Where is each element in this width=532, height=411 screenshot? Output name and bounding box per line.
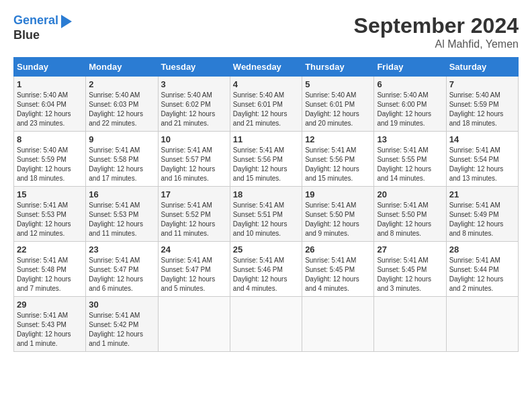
- calendar-body: 1Sunrise: 5:40 AMSunset: 6:04 PMDaylight…: [14, 77, 519, 352]
- day-number: 2: [89, 79, 154, 89]
- day-info: Sunrise: 5:40 AMSunset: 6:01 PMDaylight:…: [233, 91, 299, 128]
- day-cell: 16Sunrise: 5:41 AMSunset: 5:53 PMDayligh…: [86, 187, 158, 242]
- day-info: Sunrise: 5:41 AMSunset: 5:48 PMDaylight:…: [17, 256, 83, 293]
- day-number: 17: [161, 189, 227, 199]
- weekday-header-wednesday: Wednesday: [230, 58, 302, 77]
- day-number: 10: [161, 134, 227, 144]
- title-section: September 2024 Al Mahfid, Yemen: [354, 13, 519, 50]
- day-cell: [302, 297, 374, 352]
- day-cell: 12Sunrise: 5:41 AMSunset: 5:56 PMDayligh…: [302, 132, 374, 187]
- day-number: 28: [449, 244, 515, 255]
- day-info: Sunrise: 5:41 AMSunset: 5:43 PMDaylight:…: [17, 311, 83, 349]
- month-title: September 2024: [354, 13, 519, 38]
- calendar-table: SundayMondayTuesdayWednesdayThursdayFrid…: [13, 57, 519, 352]
- day-cell: 27Sunrise: 5:41 AMSunset: 5:45 PMDayligh…: [374, 242, 446, 297]
- day-info: Sunrise: 5:40 AMSunset: 6:03 PMDaylight:…: [89, 91, 154, 128]
- logo-text: General: [13, 13, 58, 28]
- day-cell: 2Sunrise: 5:40 AMSunset: 6:03 PMDaylight…: [86, 77, 158, 132]
- day-cell: 17Sunrise: 5:41 AMSunset: 5:52 PMDayligh…: [158, 187, 230, 242]
- day-info: Sunrise: 5:41 AMSunset: 5:58 PMDaylight:…: [89, 146, 154, 183]
- day-number: 22: [17, 244, 83, 255]
- day-cell: [158, 297, 230, 352]
- day-number: 21: [449, 189, 515, 199]
- logo: General Blue: [13, 13, 72, 43]
- week-row-2: 8Sunrise: 5:40 AMSunset: 5:59 PMDaylight…: [14, 132, 519, 187]
- day-info: Sunrise: 5:41 AMSunset: 5:42 PMDaylight:…: [89, 311, 154, 349]
- day-info: Sunrise: 5:40 AMSunset: 5:59 PMDaylight:…: [17, 146, 83, 183]
- day-info: Sunrise: 5:41 AMSunset: 5:50 PMDaylight:…: [377, 201, 443, 238]
- day-number: 3: [161, 79, 227, 89]
- day-info: Sunrise: 5:40 AMSunset: 6:02 PMDaylight:…: [161, 91, 227, 128]
- day-info: Sunrise: 5:41 AMSunset: 5:57 PMDaylight:…: [161, 146, 227, 183]
- week-row-3: 15Sunrise: 5:41 AMSunset: 5:53 PMDayligh…: [14, 187, 519, 242]
- day-info: Sunrise: 5:41 AMSunset: 5:56 PMDaylight:…: [233, 146, 299, 183]
- day-cell: 13Sunrise: 5:41 AMSunset: 5:55 PMDayligh…: [374, 132, 446, 187]
- day-cell: 4Sunrise: 5:40 AMSunset: 6:01 PMDaylight…: [230, 77, 302, 132]
- day-number: 8: [17, 134, 83, 144]
- day-cell: 5Sunrise: 5:40 AMSunset: 6:01 PMDaylight…: [302, 77, 374, 132]
- day-number: 25: [233, 244, 299, 255]
- day-number: 4: [233, 79, 299, 89]
- day-number: 7: [449, 79, 515, 89]
- day-number: 11: [233, 134, 299, 144]
- weekday-header-tuesday: Tuesday: [158, 58, 230, 77]
- day-cell: 28Sunrise: 5:41 AMSunset: 5:44 PMDayligh…: [446, 242, 518, 297]
- day-number: 18: [233, 189, 299, 199]
- day-info: Sunrise: 5:40 AMSunset: 6:04 PMDaylight:…: [17, 91, 83, 128]
- week-row-1: 1Sunrise: 5:40 AMSunset: 6:04 PMDaylight…: [14, 77, 519, 132]
- weekday-header-saturday: Saturday: [446, 58, 518, 77]
- day-info: Sunrise: 5:41 AMSunset: 5:56 PMDaylight:…: [305, 146, 371, 183]
- weekday-header-monday: Monday: [86, 58, 158, 77]
- day-number: 19: [305, 189, 371, 199]
- day-number: 12: [305, 134, 371, 144]
- day-cell: 20Sunrise: 5:41 AMSunset: 5:50 PMDayligh…: [374, 187, 446, 242]
- day-cell: 15Sunrise: 5:41 AMSunset: 5:53 PMDayligh…: [14, 187, 86, 242]
- day-info: Sunrise: 5:41 AMSunset: 5:53 PMDaylight:…: [17, 201, 83, 238]
- day-number: 5: [305, 79, 371, 89]
- day-number: 6: [377, 79, 443, 89]
- day-info: Sunrise: 5:41 AMSunset: 5:50 PMDaylight:…: [305, 201, 371, 238]
- day-number: 23: [89, 244, 154, 255]
- day-info: Sunrise: 5:41 AMSunset: 5:51 PMDaylight:…: [233, 201, 299, 238]
- day-info: Sunrise: 5:41 AMSunset: 5:54 PMDaylight:…: [449, 146, 515, 183]
- logo-arrow-icon: [61, 15, 72, 28]
- day-cell: [446, 297, 518, 352]
- week-row-5: 29Sunrise: 5:41 AMSunset: 5:43 PMDayligh…: [14, 297, 519, 352]
- day-number: 30: [89, 300, 154, 310]
- weekday-header-sunday: Sunday: [14, 58, 86, 77]
- day-cell: 3Sunrise: 5:40 AMSunset: 6:02 PMDaylight…: [158, 77, 230, 132]
- day-cell: 22Sunrise: 5:41 AMSunset: 5:48 PMDayligh…: [14, 242, 86, 297]
- day-info: Sunrise: 5:41 AMSunset: 5:47 PMDaylight:…: [89, 256, 154, 293]
- day-cell: 8Sunrise: 5:40 AMSunset: 5:59 PMDaylight…: [14, 132, 86, 187]
- day-info: Sunrise: 5:41 AMSunset: 5:47 PMDaylight:…: [161, 256, 227, 293]
- day-cell: [374, 297, 446, 352]
- day-number: 29: [17, 300, 83, 310]
- day-number: 13: [377, 134, 443, 144]
- day-info: Sunrise: 5:41 AMSunset: 5:52 PMDaylight:…: [161, 201, 227, 238]
- day-info: Sunrise: 5:41 AMSunset: 5:45 PMDaylight:…: [377, 256, 443, 293]
- day-cell: 25Sunrise: 5:41 AMSunset: 5:46 PMDayligh…: [230, 242, 302, 297]
- logo-subtext: Blue: [13, 28, 40, 43]
- day-number: 24: [161, 244, 227, 255]
- day-cell: 19Sunrise: 5:41 AMSunset: 5:50 PMDayligh…: [302, 187, 374, 242]
- day-info: Sunrise: 5:41 AMSunset: 5:53 PMDaylight:…: [89, 201, 154, 238]
- day-cell: [230, 297, 302, 352]
- day-info: Sunrise: 5:41 AMSunset: 5:49 PMDaylight:…: [449, 201, 515, 238]
- weekday-header-friday: Friday: [374, 58, 446, 77]
- day-info: Sunrise: 5:40 AMSunset: 6:01 PMDaylight:…: [305, 91, 371, 128]
- week-row-4: 22Sunrise: 5:41 AMSunset: 5:48 PMDayligh…: [14, 242, 519, 297]
- day-cell: 10Sunrise: 5:41 AMSunset: 5:57 PMDayligh…: [158, 132, 230, 187]
- day-info: Sunrise: 5:40 AMSunset: 6:00 PMDaylight:…: [377, 91, 443, 128]
- day-cell: 18Sunrise: 5:41 AMSunset: 5:51 PMDayligh…: [230, 187, 302, 242]
- day-cell: 11Sunrise: 5:41 AMSunset: 5:56 PMDayligh…: [230, 132, 302, 187]
- day-number: 27: [377, 244, 443, 255]
- day-number: 16: [89, 189, 154, 199]
- page-header: General Blue September 2024 Al Mahfid, Y…: [13, 13, 519, 50]
- day-info: Sunrise: 5:41 AMSunset: 5:55 PMDaylight:…: [377, 146, 443, 183]
- location-label: Al Mahfid, Yemen: [354, 38, 519, 50]
- day-number: 9: [89, 134, 154, 144]
- day-cell: 21Sunrise: 5:41 AMSunset: 5:49 PMDayligh…: [446, 187, 518, 242]
- day-cell: 7Sunrise: 5:40 AMSunset: 5:59 PMDaylight…: [446, 77, 518, 132]
- day-info: Sunrise: 5:40 AMSunset: 5:59 PMDaylight:…: [449, 91, 515, 128]
- day-info: Sunrise: 5:41 AMSunset: 5:45 PMDaylight:…: [305, 256, 371, 293]
